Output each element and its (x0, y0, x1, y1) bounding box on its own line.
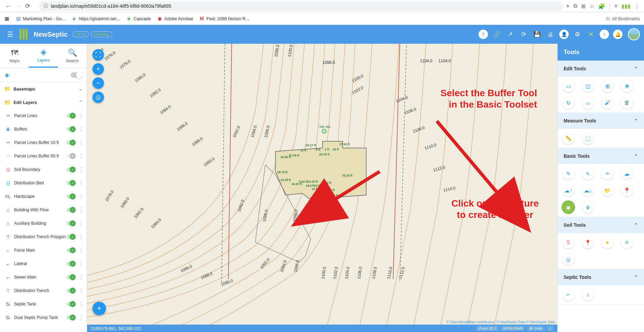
layer-item[interactable]: Sₜ Dual Septic Pump Tank ⋮ (0, 311, 87, 324)
area-tool[interactable]: ⬚ (582, 132, 594, 144)
zoom-in-button[interactable]: + (92, 63, 104, 75)
layer-item[interactable]: Sₜ Septic Tank ⋮ (0, 297, 87, 311)
layer-item[interactable]: T Distribution Trench Polygon ⋮ (0, 230, 87, 244)
apps-shortcut[interactable]: ▦ (4, 16, 9, 21)
select-tool[interactable]: ▭ (562, 80, 574, 92)
layer-menu-icon[interactable]: ⋮ (78, 220, 83, 226)
epsg-readout[interactable]: EPSG:6549 (500, 326, 525, 331)
brush-tool[interactable]: 🖌 (601, 97, 613, 109)
soil-pin-tool[interactable]: 📍 (582, 236, 594, 249)
layer-toggle[interactable] (67, 168, 75, 172)
ruler-tool[interactable]: 📏 (562, 132, 574, 144)
help-button[interactable]: ? (479, 30, 488, 39)
home-button[interactable]: ⌂ (546, 326, 554, 331)
layer-menu-icon[interactable]: ⋮ (78, 140, 83, 146)
layer-item[interactable]: Hₛ Hardscape ⋮ (0, 190, 87, 203)
layer-item[interactable]: ⌐ Lateral ⋮ (0, 257, 87, 270)
rotate-tool[interactable]: ↻ (562, 97, 574, 109)
layer-item[interactable]: ⌐ Force Main ⋮ (0, 244, 87, 257)
layer-toggle[interactable] (67, 289, 75, 293)
folder-tool[interactable]: 📁 (601, 184, 613, 196)
accessibility-button[interactable]: 👤 (559, 30, 569, 39)
layer-toggle[interactable] (67, 316, 75, 320)
layer-toggle[interactable] (67, 221, 75, 225)
settings-button[interactable]: ⚙ (571, 28, 584, 41)
septic-home-tool[interactable]: ⌂ (582, 289, 594, 301)
map-canvas[interactable]: T.H. #11 20.17 ft 27.33 ft 12 ft 8 ft 1 … (87, 44, 557, 332)
zoom-readout[interactable]: Zoom 20.2 (476, 326, 499, 331)
zoom-out-button[interactable]: − (92, 77, 104, 89)
units-button[interactable]: ⚙ Units (527, 326, 545, 331)
layer-item[interactable]: S Soil Boundary ⋮ (0, 163, 87, 176)
soil-circle-tool[interactable]: ● (601, 236, 613, 249)
list-tool[interactable]: ≡ (601, 168, 613, 180)
layer-item[interactable]: ━ Parcel Lines ⋮ (0, 109, 87, 122)
layer-item[interactable]: ⌂ Auxiliary Building ⋮ (0, 217, 87, 230)
layer-toggle[interactable] (67, 262, 75, 266)
cloud-download-tool[interactable]: ☁↓ (582, 184, 594, 196)
layer-menu-icon[interactable]: ⋮ (78, 234, 83, 240)
save-button[interactable]: 💾 (530, 28, 544, 41)
extensions-icon[interactable]: 🧩 (598, 3, 605, 9)
ext1-icon[interactable]: ≡ (614, 3, 617, 9)
open-external-icon[interactable]: ⧉ (573, 3, 577, 9)
delete-tool[interactable]: 🗑 (621, 97, 633, 109)
layer-toggle[interactable] (67, 302, 75, 306)
buffer-tool[interactable]: ◉ (562, 201, 574, 213)
layer-menu-icon[interactable]: ⋮ (78, 153, 83, 159)
url-bar[interactable]: ⓘ landplan.io/map/e59d01cd-a184-48f5-bf8… (39, 1, 563, 11)
info-button[interactable]: i (600, 30, 609, 39)
share-button[interactable]: ↗ (503, 28, 517, 41)
pin-tool[interactable]: 📍 (621, 184, 633, 196)
septic-tools-header[interactable]: Septic Tools⌃ (558, 269, 644, 285)
install-icon[interactable]: ⊞ (581, 3, 585, 9)
layer-toggle[interactable] (67, 194, 75, 198)
layer-toggle[interactable] (67, 181, 75, 185)
layer-group-editlayers[interactable]: 📁 Edit Layers ⌃ (0, 96, 87, 109)
cursor-tool[interactable]: ↖ (582, 168, 594, 180)
move-tool[interactable]: ✥ (621, 80, 633, 92)
layer-item[interactable]: ⌂ Building With Flow ⋮ (0, 203, 87, 217)
tab-layers[interactable]: ◈Layers (29, 44, 58, 68)
layer-toggle[interactable] (67, 235, 75, 239)
pencil-tool[interactable]: ✎ (562, 168, 574, 180)
layer-menu-icon[interactable]: ⋮ (78, 315, 83, 321)
layer-toggle[interactable] (67, 114, 75, 118)
layer-menu-icon[interactable]: ⋮ (78, 180, 83, 186)
layer-menu-icon[interactable]: ⋮ (78, 274, 83, 280)
map-badge[interactable]: First Map (91, 31, 112, 37)
layer-menu-icon[interactable]: ⋮ (78, 247, 83, 253)
notifications-button[interactable]: 🔔 (613, 30, 622, 39)
layer-item[interactable]: ┅ Parcel Lines Buffer 10 ft ⋮ (0, 136, 87, 149)
layer-item[interactable]: ◈ Buffers ⋮ (0, 122, 87, 136)
menu-button[interactable]: ☰ (4, 28, 16, 40)
measure-tools-header[interactable]: Measure Tools⌃ (558, 113, 644, 129)
ext2-icon[interactable]: ▮▮▮ (621, 3, 631, 9)
chrome-menu-icon[interactable]: ⋮ (635, 3, 640, 9)
soil-list-tool[interactable]: ≡ (621, 236, 633, 249)
cloud-tool[interactable]: ☁ (621, 168, 633, 180)
wrench-button[interactable]: ✕ (584, 28, 598, 41)
crop-tool[interactable]: ⊞ (601, 80, 613, 92)
location-icon[interactable]: ⌖ (566, 3, 569, 9)
refresh-button[interactable]: ⟳ (517, 28, 530, 41)
layer-item[interactable]: T Distribution Trench ⋮ (0, 284, 87, 297)
reload-button[interactable]: ⟳ (23, 1, 32, 11)
layer-item[interactable]: ⌸ Distribution Bed ⋮ (0, 176, 87, 190)
copy-tool[interactable]: ◫ (582, 80, 594, 92)
layer-menu-icon[interactable]: ⋮ (78, 207, 83, 213)
soil-3d-tool[interactable]: ◶ (562, 253, 574, 265)
layers-master-toggle[interactable] (71, 72, 82, 78)
soil-marker-tool[interactable]: S (562, 236, 574, 249)
layer-menu-icon[interactable]: ⋮ (78, 193, 83, 199)
layers-stack-icon[interactable]: ◈ (5, 71, 9, 79)
user-avatar[interactable] (628, 28, 640, 40)
image-tool[interactable]: ▱ (582, 97, 594, 109)
all-bookmarks[interactable]: 🗀All Bookmarks (606, 16, 640, 21)
layer-toggle[interactable] (67, 141, 75, 145)
tab-maps[interactable]: 🗺Maps (0, 44, 29, 68)
layer-menu-icon[interactable]: ⋮ (78, 301, 83, 307)
layer-menu-icon[interactable]: ⋮ (78, 126, 83, 132)
tab-search[interactable]: 🔍Search (58, 44, 87, 68)
layer-group-basemaps[interactable]: 📁 Basemaps ⌄ (0, 82, 87, 96)
